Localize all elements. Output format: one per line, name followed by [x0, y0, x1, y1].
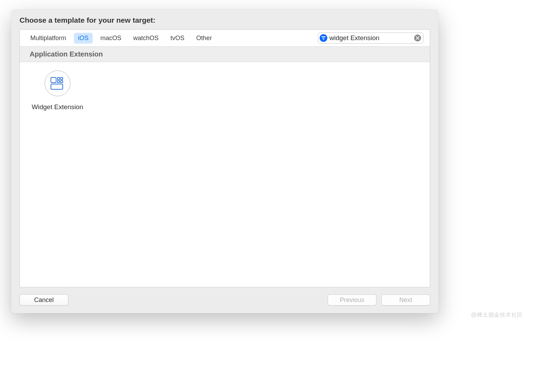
cancel-button[interactable]: Cancel	[20, 294, 68, 306]
svg-rect-0	[321, 36, 326, 37]
tab-row: Multiplatform iOS macOS watchOS tvOS Oth…	[20, 30, 430, 47]
dialog-footer: Cancel Previous Next	[11, 287, 438, 313]
tab-other[interactable]: Other	[192, 33, 216, 44]
new-target-template-dialog: Choose a template for your new target: M…	[11, 10, 438, 313]
svg-rect-8	[51, 84, 63, 89]
search-input[interactable]	[329, 34, 412, 42]
svg-rect-4	[58, 77, 60, 80]
tab-tvos[interactable]: tvOS	[166, 33, 189, 44]
svg-rect-1	[322, 38, 325, 38]
previous-button[interactable]: Previous	[328, 294, 376, 306]
svg-rect-5	[61, 77, 63, 80]
tab-multiplatform[interactable]: Multiplatform	[26, 33, 70, 44]
filter-icon	[320, 34, 327, 42]
dialog-title: Choose a template for your new target:	[11, 16, 438, 29]
template-widget-extension[interactable]: Widget Extension	[27, 70, 88, 111]
tab-watchos[interactable]: watchOS	[129, 33, 163, 44]
watermark-text: @稀土掘金技术社区	[471, 311, 523, 319]
tab-ios[interactable]: iOS	[74, 33, 93, 44]
section-header-application-extension: Application Extension	[20, 47, 430, 62]
svg-rect-7	[61, 81, 63, 83]
search-field-wrap[interactable]	[318, 32, 424, 44]
svg-rect-6	[58, 81, 60, 83]
template-grid: Widget Extension	[20, 62, 430, 287]
content-panel: Multiplatform iOS macOS watchOS tvOS Oth…	[20, 29, 430, 287]
svg-rect-2	[323, 39, 324, 40]
next-button[interactable]: Next	[381, 294, 430, 306]
template-label: Widget Extension	[27, 103, 88, 111]
svg-rect-3	[51, 77, 56, 83]
widget-icon	[45, 70, 70, 96]
platform-tabs: Multiplatform iOS macOS watchOS tvOS Oth…	[26, 33, 216, 44]
tab-macos[interactable]: macOS	[96, 33, 125, 44]
clear-search-icon[interactable]	[414, 35, 421, 42]
